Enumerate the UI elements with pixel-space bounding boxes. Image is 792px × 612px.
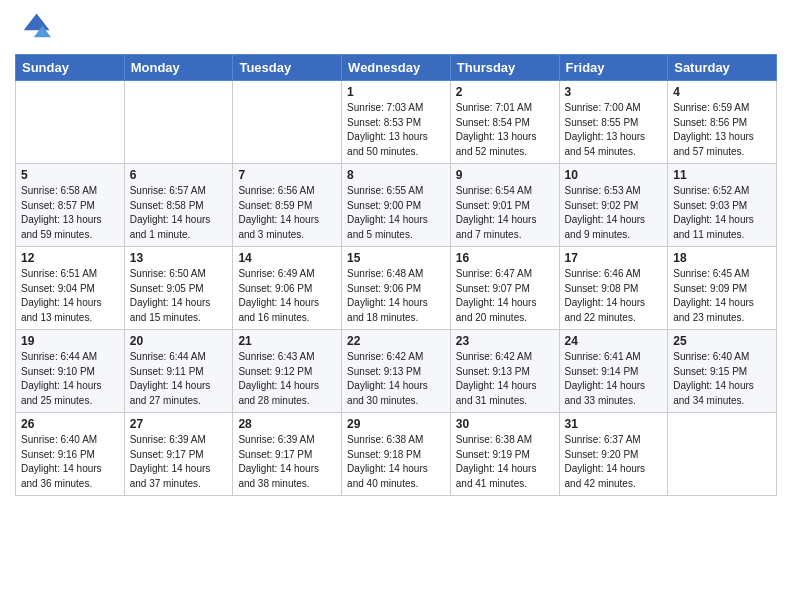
day-cell: 17Sunrise: 6:46 AM Sunset: 9:08 PM Dayli… [559,247,668,330]
day-number: 18 [673,251,771,265]
day-info: Sunrise: 6:49 AM Sunset: 9:06 PM Dayligh… [238,267,336,325]
day-number: 30 [456,417,554,431]
day-number: 4 [673,85,771,99]
day-cell: 14Sunrise: 6:49 AM Sunset: 9:06 PM Dayli… [233,247,342,330]
day-cell: 3Sunrise: 7:00 AM Sunset: 8:55 PM Daylig… [559,81,668,164]
day-info: Sunrise: 6:42 AM Sunset: 9:13 PM Dayligh… [456,350,554,408]
day-info: Sunrise: 6:42 AM Sunset: 9:13 PM Dayligh… [347,350,445,408]
day-info: Sunrise: 6:47 AM Sunset: 9:07 PM Dayligh… [456,267,554,325]
day-number: 12 [21,251,119,265]
day-number: 7 [238,168,336,182]
day-number: 11 [673,168,771,182]
day-info: Sunrise: 6:51 AM Sunset: 9:04 PM Dayligh… [21,267,119,325]
day-cell: 9Sunrise: 6:54 AM Sunset: 9:01 PM Daylig… [450,164,559,247]
day-cell: 4Sunrise: 6:59 AM Sunset: 8:56 PM Daylig… [668,81,777,164]
day-number: 15 [347,251,445,265]
day-cell: 18Sunrise: 6:45 AM Sunset: 9:09 PM Dayli… [668,247,777,330]
day-cell: 13Sunrise: 6:50 AM Sunset: 9:05 PM Dayli… [124,247,233,330]
day-cell: 2Sunrise: 7:01 AM Sunset: 8:54 PM Daylig… [450,81,559,164]
day-cell: 7Sunrise: 6:56 AM Sunset: 8:59 PM Daylig… [233,164,342,247]
week-row-3: 12Sunrise: 6:51 AM Sunset: 9:04 PM Dayli… [16,247,777,330]
logo [15,10,55,46]
day-header-saturday: Saturday [668,55,777,81]
day-info: Sunrise: 6:54 AM Sunset: 9:01 PM Dayligh… [456,184,554,242]
day-number: 23 [456,334,554,348]
day-info: Sunrise: 6:48 AM Sunset: 9:06 PM Dayligh… [347,267,445,325]
day-cell: 8Sunrise: 6:55 AM Sunset: 9:00 PM Daylig… [342,164,451,247]
day-info: Sunrise: 6:41 AM Sunset: 9:14 PM Dayligh… [565,350,663,408]
day-cell: 15Sunrise: 6:48 AM Sunset: 9:06 PM Dayli… [342,247,451,330]
day-info: Sunrise: 6:52 AM Sunset: 9:03 PM Dayligh… [673,184,771,242]
day-info: Sunrise: 6:37 AM Sunset: 9:20 PM Dayligh… [565,433,663,491]
day-cell: 29Sunrise: 6:38 AM Sunset: 9:18 PM Dayli… [342,413,451,496]
day-number: 10 [565,168,663,182]
page: SundayMondayTuesdayWednesdayThursdayFrid… [0,0,792,612]
day-number: 29 [347,417,445,431]
day-info: Sunrise: 6:46 AM Sunset: 9:08 PM Dayligh… [565,267,663,325]
day-info: Sunrise: 6:45 AM Sunset: 9:09 PM Dayligh… [673,267,771,325]
day-cell: 1Sunrise: 7:03 AM Sunset: 8:53 PM Daylig… [342,81,451,164]
day-number: 1 [347,85,445,99]
day-cell: 10Sunrise: 6:53 AM Sunset: 9:02 PM Dayli… [559,164,668,247]
day-cell: 24Sunrise: 6:41 AM Sunset: 9:14 PM Dayli… [559,330,668,413]
day-number: 26 [21,417,119,431]
day-cell: 16Sunrise: 6:47 AM Sunset: 9:07 PM Dayli… [450,247,559,330]
day-info: Sunrise: 6:39 AM Sunset: 9:17 PM Dayligh… [238,433,336,491]
day-info: Sunrise: 6:55 AM Sunset: 9:00 PM Dayligh… [347,184,445,242]
day-info: Sunrise: 7:01 AM Sunset: 8:54 PM Dayligh… [456,101,554,159]
day-cell: 28Sunrise: 6:39 AM Sunset: 9:17 PM Dayli… [233,413,342,496]
day-number: 25 [673,334,771,348]
day-info: Sunrise: 7:00 AM Sunset: 8:55 PM Dayligh… [565,101,663,159]
day-info: Sunrise: 6:39 AM Sunset: 9:17 PM Dayligh… [130,433,228,491]
day-cell: 25Sunrise: 6:40 AM Sunset: 9:15 PM Dayli… [668,330,777,413]
day-cell: 19Sunrise: 6:44 AM Sunset: 9:10 PM Dayli… [16,330,125,413]
day-cell: 26Sunrise: 6:40 AM Sunset: 9:16 PM Dayli… [16,413,125,496]
day-number: 6 [130,168,228,182]
day-number: 31 [565,417,663,431]
header [15,10,777,46]
day-cell [124,81,233,164]
day-cell: 31Sunrise: 6:37 AM Sunset: 9:20 PM Dayli… [559,413,668,496]
day-cell [16,81,125,164]
day-number: 8 [347,168,445,182]
day-number: 28 [238,417,336,431]
day-cell: 21Sunrise: 6:43 AM Sunset: 9:12 PM Dayli… [233,330,342,413]
week-row-2: 5Sunrise: 6:58 AM Sunset: 8:57 PM Daylig… [16,164,777,247]
day-info: Sunrise: 6:59 AM Sunset: 8:56 PM Dayligh… [673,101,771,159]
day-cell: 22Sunrise: 6:42 AM Sunset: 9:13 PM Dayli… [342,330,451,413]
week-row-1: 1Sunrise: 7:03 AM Sunset: 8:53 PM Daylig… [16,81,777,164]
day-number: 19 [21,334,119,348]
day-number: 24 [565,334,663,348]
day-number: 9 [456,168,554,182]
day-info: Sunrise: 6:38 AM Sunset: 9:18 PM Dayligh… [347,433,445,491]
day-number: 16 [456,251,554,265]
day-cell: 11Sunrise: 6:52 AM Sunset: 9:03 PM Dayli… [668,164,777,247]
day-header-friday: Friday [559,55,668,81]
day-number: 21 [238,334,336,348]
days-of-week-row: SundayMondayTuesdayWednesdayThursdayFrid… [16,55,777,81]
day-number: 13 [130,251,228,265]
day-info: Sunrise: 6:44 AM Sunset: 9:10 PM Dayligh… [21,350,119,408]
day-info: Sunrise: 6:43 AM Sunset: 9:12 PM Dayligh… [238,350,336,408]
day-number: 22 [347,334,445,348]
day-number: 5 [21,168,119,182]
day-info: Sunrise: 6:57 AM Sunset: 8:58 PM Dayligh… [130,184,228,242]
day-number: 3 [565,85,663,99]
week-row-5: 26Sunrise: 6:40 AM Sunset: 9:16 PM Dayli… [16,413,777,496]
day-cell: 6Sunrise: 6:57 AM Sunset: 8:58 PM Daylig… [124,164,233,247]
day-info: Sunrise: 6:53 AM Sunset: 9:02 PM Dayligh… [565,184,663,242]
day-header-thursday: Thursday [450,55,559,81]
day-info: Sunrise: 6:40 AM Sunset: 9:15 PM Dayligh… [673,350,771,408]
day-cell: 23Sunrise: 6:42 AM Sunset: 9:13 PM Dayli… [450,330,559,413]
day-number: 17 [565,251,663,265]
day-cell [233,81,342,164]
day-info: Sunrise: 6:58 AM Sunset: 8:57 PM Dayligh… [21,184,119,242]
day-header-sunday: Sunday [16,55,125,81]
day-info: Sunrise: 6:50 AM Sunset: 9:05 PM Dayligh… [130,267,228,325]
day-info: Sunrise: 7:03 AM Sunset: 8:53 PM Dayligh… [347,101,445,159]
day-info: Sunrise: 6:56 AM Sunset: 8:59 PM Dayligh… [238,184,336,242]
week-row-4: 19Sunrise: 6:44 AM Sunset: 9:10 PM Dayli… [16,330,777,413]
day-info: Sunrise: 6:38 AM Sunset: 9:19 PM Dayligh… [456,433,554,491]
day-cell: 20Sunrise: 6:44 AM Sunset: 9:11 PM Dayli… [124,330,233,413]
day-cell: 30Sunrise: 6:38 AM Sunset: 9:19 PM Dayli… [450,413,559,496]
